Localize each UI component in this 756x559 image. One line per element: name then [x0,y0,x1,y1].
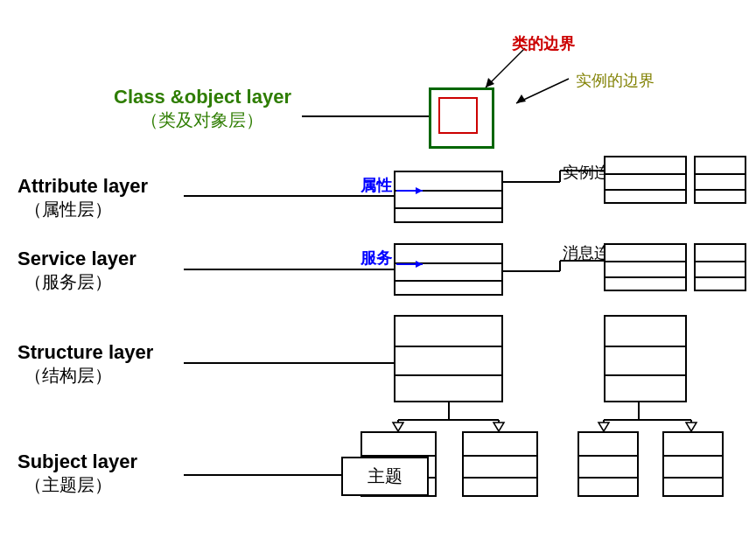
svg-marker-25 [598,423,609,431]
service-english: Service layer [18,248,136,270]
svg-marker-28 [486,78,494,87]
attribute-chinese: （属性层） [24,198,148,221]
child-box-right-1 [578,431,639,497]
service-arrow [396,255,431,273]
attribute-english: Attribute layer [18,175,148,198]
class-inner-box [438,97,478,134]
structure-layer-label: Structure layer （结构层） [18,341,153,388]
svg-marker-34 [416,261,423,268]
svg-marker-26 [686,423,696,431]
diagram-container: Class &object layer （类及对象层） Attribute la… [0,0,756,559]
subject-layer-label: Subject layer （主题层） [18,451,137,497]
service-chinese: （服务层） [24,270,136,294]
message-box-main [604,243,687,291]
class-boundary-label: 类的边界 [512,33,575,54]
svg-marker-32 [416,187,423,194]
child-box-left-2 [462,431,538,497]
attribute-arrow [396,182,431,199]
svg-line-29 [516,79,569,103]
svg-marker-20 [494,423,504,431]
subject-box-label: 主题 [368,465,402,488]
svg-marker-19 [393,423,403,431]
service-layer-label: Service layer （服务层） [18,248,136,294]
message-box-right [694,243,746,291]
class-object-layer-label: Class &object layer （类及对象层） [114,86,291,132]
subject-english: Subject layer [18,451,137,473]
instance-box-main [604,156,687,204]
service-label: 服务 [360,248,392,269]
structure-right-box [604,315,687,402]
attribute-layer-label: Attribute layer （属性层） [18,175,148,221]
class-layer-english: Class &object layer [114,86,291,108]
class-layer-chinese: （类及对象层） [114,108,291,132]
svg-marker-30 [516,94,526,103]
instance-box-right [694,156,746,204]
instance-boundary-label: 实例的边界 [576,70,654,91]
structure-main-box-left [394,315,503,402]
structure-english: Structure layer [18,341,153,364]
child-box-right-2 [662,431,724,497]
subject-chinese: （主题层） [24,473,137,497]
subject-box: 主题 [341,457,429,496]
attribute-label: 属性 [360,175,392,196]
class-outer-box [429,87,494,149]
structure-chinese: （结构层） [24,364,153,388]
